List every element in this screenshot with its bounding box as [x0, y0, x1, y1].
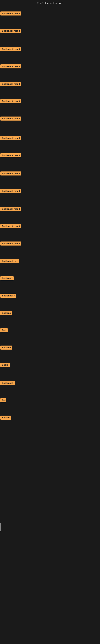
bottleneck-badge: Bottleneck result	[0, 207, 21, 211]
bottleneck-badge: Bottleneck result	[0, 224, 21, 228]
bottleneck-item-5[interactable]: Bottleneck result	[0, 82, 21, 87]
bottleneck-badge: Bottleneck result	[0, 82, 21, 86]
bottleneck-item-15[interactable]: Bottleneck res	[0, 259, 19, 264]
bottleneck-item-11[interactable]: Bottleneck result	[0, 189, 21, 194]
bottleneck-badge: Bottleneck res	[0, 259, 19, 263]
bottleneck-item-14[interactable]: Bottleneck result	[0, 242, 21, 246]
bottleneck-item-22[interactable]: Bottleneck	[0, 381, 15, 386]
bottleneck-item-2[interactable]: Bottleneck result	[0, 29, 21, 34]
bottleneck-item-17[interactable]: Bottleneck r	[0, 294, 16, 298]
bottleneck-badge: Bottlenec	[0, 276, 14, 280]
bottleneck-badge: Bottleneck result	[0, 153, 21, 158]
site-title: TheBottlenecker.com	[0, 0, 100, 6]
bottleneck-item-3[interactable]: Bottleneck result	[0, 47, 21, 52]
bottleneck-badge: Bottleneck result	[0, 29, 21, 33]
bottleneck-badge: Bottleneck result	[0, 64, 21, 68]
bottleneck-badge: Bottlen	[0, 416, 11, 420]
bottleneck-badge: Bottleneck result	[0, 116, 21, 120]
bottleneck-badge: Bottleneck result	[0, 172, 21, 176]
bottleneck-badge: Bottleneck result	[0, 99, 21, 103]
bottleneck-badge: Bottleneck r	[0, 294, 16, 298]
bottleneck-item-8[interactable]: Bottleneck result	[0, 136, 21, 141]
bottleneck-item-9[interactable]: Bottleneck result	[0, 153, 21, 158]
bottleneck-item-4[interactable]: Bottleneck result	[0, 64, 21, 69]
bottleneck-badge: Bottleneck result	[0, 242, 21, 246]
bottleneck-item-7[interactable]: Bottleneck result	[0, 116, 21, 121]
bottleneck-item-20[interactable]: Bottlene	[0, 346, 12, 350]
bottleneck-item-16[interactable]: Bottlenec	[0, 276, 14, 281]
bottleneck-badge: Bottleneck result	[0, 189, 21, 193]
bottleneck-item-1[interactable]: Bottleneck result	[0, 12, 21, 16]
cursor-indicator	[0, 523, 1, 531]
bottleneck-item-18[interactable]: Bottlene	[0, 311, 12, 316]
bottleneck-item-6[interactable]: Bottleneck result	[0, 99, 21, 104]
bottleneck-item-12[interactable]: Bottleneck result	[0, 207, 21, 212]
bottleneck-badge: Bottlene	[0, 311, 12, 315]
bottleneck-badge: Bottlene	[0, 346, 12, 350]
bottleneck-item-13[interactable]: Bottleneck result	[0, 224, 21, 229]
bottleneck-badge: Bottle	[0, 363, 10, 367]
bottleneck-item-19[interactable]: Bott	[0, 328, 8, 333]
bottleneck-badge: Bottleneck result	[0, 12, 21, 16]
bottleneck-item-24[interactable]: Bottlen	[0, 416, 11, 420]
bottleneck-badge: Bot	[0, 398, 6, 402]
bottleneck-item-10[interactable]: Bottleneck result	[0, 172, 21, 176]
bottleneck-badge: Bott	[0, 328, 8, 332]
bottleneck-badge: Bottleneck	[0, 381, 15, 385]
bottleneck-badge: Bottleneck result	[0, 47, 21, 51]
bottleneck-item-21[interactable]: Bottle	[0, 363, 10, 368]
bottleneck-badge: Bottleneck result	[0, 136, 21, 140]
bottleneck-item-23[interactable]: Bot	[0, 398, 6, 403]
